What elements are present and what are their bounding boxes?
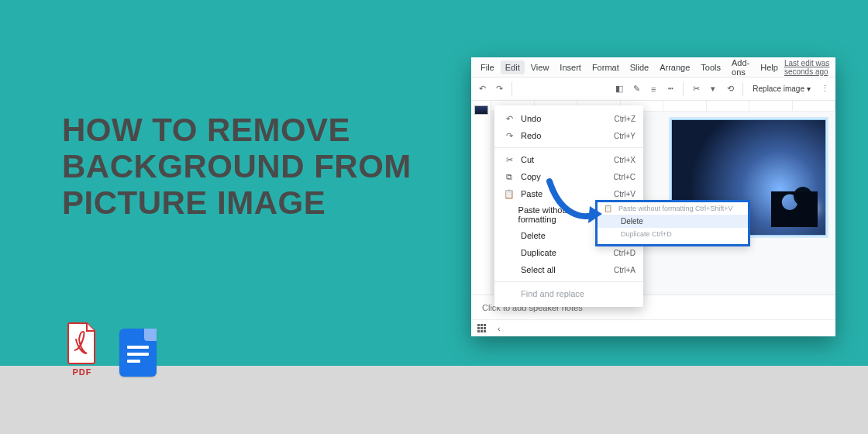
menu-help[interactable]: Help — [756, 60, 783, 74]
export-icons: PDF — [62, 322, 157, 377]
slide-thumbnail[interactable] — [474, 105, 488, 115]
undo-icon[interactable]: ↶ — [476, 83, 488, 95]
last-edit-link[interactable]: Last edit was seconds ago — [784, 59, 831, 76]
annotation-arrow — [545, 177, 607, 232]
zoom-row-bottom: Duplicate Ctrl+D — [598, 228, 748, 240]
zoom-row-delete[interactable]: Delete — [598, 215, 748, 228]
slides-screenshot: File Edit View Insert Format Slide Arran… — [471, 57, 835, 336]
chevron-down-icon: ▾ — [807, 84, 811, 93]
pdf-label: PDF — [73, 367, 92, 377]
grid-view-icon[interactable] — [477, 324, 487, 333]
cut-icon: ✂ — [504, 154, 515, 165]
dd-cut[interactable]: ✂CutCtrl+X — [494, 151, 643, 168]
menu-file[interactable]: File — [476, 60, 499, 74]
page-title: HOW TO REMOVE BACKGROUND FROM PICTURE IM… — [62, 112, 418, 221]
menu-slide[interactable]: Slide — [625, 60, 653, 74]
zoom-callout: 📋Paste without formatting Ctrl+Shift+V D… — [595, 200, 750, 246]
redo-icon[interactable]: ↷ — [493, 83, 505, 95]
reset-icon[interactable]: ⟲ — [724, 83, 736, 95]
dd-find-replace[interactable]: Find and replace — [494, 285, 643, 302]
menu-edit[interactable]: Edit — [501, 60, 525, 74]
menu-format[interactable]: Format — [587, 60, 624, 74]
google-docs-icon[interactable] — [119, 329, 157, 377]
border-dash-icon[interactable]: ┅ — [664, 83, 677, 95]
replace-image-button[interactable]: Replace image▾ — [749, 83, 814, 95]
menu-tools[interactable]: Tools — [696, 60, 725, 74]
border-weight-icon[interactable]: ≡ — [647, 83, 660, 95]
mask-icon[interactable]: ▾ — [707, 83, 719, 95]
copy-icon: ⧉ — [504, 171, 515, 182]
pdf-icon[interactable]: PDF — [62, 322, 102, 377]
menu-arrange[interactable]: Arrange — [655, 60, 694, 74]
border-color-icon[interactable]: ✎ — [630, 83, 642, 95]
dd-duplicate[interactable]: DuplicateCtrl+D — [494, 244, 643, 261]
paste-icon: 📋 — [504, 188, 515, 199]
canvas: ↶UndoCtrl+Z ↷RedoCtrl+Y ✂CutCtrl+X ⧉Copy… — [471, 101, 835, 294]
chevron-left-icon[interactable]: ‹ — [498, 324, 501, 333]
redo-icon: ↷ — [504, 130, 515, 141]
zoom-row-top: 📋Paste without formatting Ctrl+Shift+V — [598, 202, 748, 215]
menu-view[interactable]: View — [526, 60, 554, 74]
more-icon[interactable]: ⋮ — [818, 83, 831, 95]
dd-select-all[interactable]: Select allCtrl+A — [494, 261, 643, 278]
menubar: File Edit View Insert Format Slide Arran… — [471, 57, 835, 78]
undo-icon: ↶ — [504, 113, 515, 124]
menu-addons[interactable]: Add-ons — [727, 56, 754, 79]
footer-bar: ‹ — [471, 319, 835, 336]
menu-insert[interactable]: Insert — [555, 60, 586, 74]
crop-icon[interactable]: ✂ — [690, 83, 702, 95]
fill-color-icon[interactable]: ◧ — [613, 83, 625, 95]
dd-redo[interactable]: ↷RedoCtrl+Y — [494, 127, 643, 144]
thumbnail-strip[interactable] — [471, 101, 491, 294]
toolbar: ↶ ↷ ◧ ✎ ≡ ┅ ✂ ▾ ⟲ Replace image▾ ⋮ — [471, 78, 835, 101]
dd-undo[interactable]: ↶UndoCtrl+Z — [494, 110, 643, 127]
